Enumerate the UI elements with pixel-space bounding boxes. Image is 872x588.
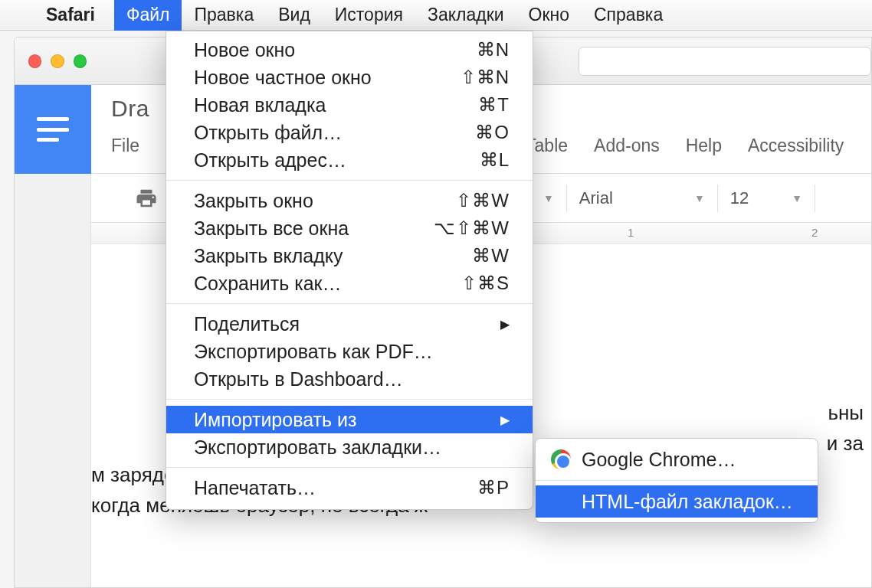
docs-menu-help[interactable]: Help bbox=[686, 136, 722, 156]
menubar-item-view[interactable]: Вид bbox=[266, 0, 323, 31]
macos-menubar: Safari Файл Правка Вид История Закладки … bbox=[0, 0, 872, 31]
menu-item-label: Экспортировать закладки… bbox=[194, 436, 441, 459]
minimize-window-button[interactable] bbox=[51, 54, 64, 68]
docs-left-margin bbox=[15, 174, 91, 587]
menu-save-as[interactable]: Сохранить как… ⇧⌘S bbox=[166, 270, 533, 297]
menubar-item-file[interactable]: Файл bbox=[114, 0, 182, 31]
menu-new-private-window[interactable]: Новое частное окно ⇧⌘N bbox=[166, 64, 533, 91]
chrome-icon bbox=[551, 449, 571, 469]
menu-item-label: Закрыть окно bbox=[194, 190, 313, 212]
submenu-item-label: Google Chrome… bbox=[582, 449, 736, 471]
submenu-html-bookmarks-file[interactable]: HTML-файл закладок… bbox=[536, 485, 818, 518]
chevron-down-icon: ▼ bbox=[694, 192, 705, 204]
font-family-value: Arial bbox=[579, 188, 613, 208]
maximize-window-button[interactable] bbox=[74, 54, 87, 68]
menu-close-all-windows[interactable]: Закрыть все окна ⌥⇧⌘W bbox=[166, 214, 533, 242]
menu-shortcut: ⌘T bbox=[478, 94, 510, 116]
menu-item-label: Закрыть все окна bbox=[194, 217, 349, 240]
menu-item-label: Открыть адрес… bbox=[194, 149, 346, 172]
close-window-button[interactable] bbox=[28, 54, 41, 68]
menu-item-label: Поделиться bbox=[194, 313, 300, 335]
docs-menu-addons[interactable]: Add-ons bbox=[594, 136, 660, 156]
ruler-tick: 1 bbox=[628, 226, 634, 239]
file-menu-dropdown: Новое окно ⌘N Новое частное окно ⇧⌘N Нов… bbox=[166, 31, 533, 510]
menu-close-window[interactable]: Закрыть окно ⇧⌘W bbox=[166, 187, 533, 214]
menu-export-pdf[interactable]: Экспортировать как PDF… bbox=[166, 338, 533, 365]
font-family-dropdown[interactable]: Arial ▼ bbox=[579, 188, 705, 208]
menubar-item-history[interactable]: История bbox=[323, 0, 415, 31]
menu-item-label: Закрыть вкладку bbox=[194, 245, 343, 267]
menu-open-file[interactable]: Открыть файл… ⌘O bbox=[166, 119, 533, 146]
app-name[interactable]: Safari bbox=[46, 5, 95, 25]
menu-item-label: Открыть файл… bbox=[194, 122, 342, 144]
menu-shortcut: ⌘W bbox=[472, 245, 510, 266]
submenu-arrow-icon: ▶ bbox=[500, 317, 510, 332]
menu-new-tab[interactable]: Новая вкладка ⌘T bbox=[166, 91, 533, 119]
menu-item-label: Экспортировать как PDF… bbox=[194, 341, 433, 363]
menu-export-bookmarks[interactable]: Экспортировать закладки… bbox=[166, 433, 533, 461]
google-docs-logo-icon[interactable] bbox=[15, 85, 91, 174]
menubar-item-help[interactable]: Справка bbox=[582, 0, 675, 31]
menu-shortcut: ⇧⌘S bbox=[461, 273, 510, 294]
menu-shortcut: ⌘L bbox=[480, 149, 510, 171]
menu-shortcut: ⇧⌘W bbox=[456, 190, 510, 211]
font-size-value: 12 bbox=[730, 188, 749, 208]
menu-import-from[interactable]: Импортировать из ▶ bbox=[166, 406, 533, 433]
menu-item-label: Новая вкладка bbox=[194, 94, 326, 116]
menu-shortcut: ⌥⇧⌘W bbox=[434, 217, 510, 239]
submenu-arrow-icon: ▶ bbox=[500, 413, 510, 427]
menu-item-label: Новое частное окно bbox=[194, 67, 372, 89]
menu-new-window[interactable]: Новое окно ⌘N bbox=[166, 36, 533, 64]
menubar-item-bookmarks[interactable]: Закладки bbox=[415, 0, 516, 31]
ruler-tick: 2 bbox=[811, 226, 818, 239]
menu-item-label: Новое окно bbox=[194, 39, 295, 61]
dropdown-caret-icon[interactable]: ▼ bbox=[543, 192, 554, 204]
menubar-item-window[interactable]: Окно bbox=[516, 0, 582, 31]
submenu-item-label: HTML-файл закладок… bbox=[582, 491, 793, 513]
menu-shortcut: ⌘O bbox=[475, 122, 510, 143]
menu-share[interactable]: Поделиться ▶ bbox=[166, 310, 533, 338]
submenu-google-chrome[interactable]: Google Chrome… bbox=[536, 443, 818, 475]
import-from-submenu: Google Chrome… HTML-файл закладок… bbox=[535, 438, 818, 523]
menubar-item-edit[interactable]: Правка bbox=[182, 0, 266, 31]
menu-shortcut: ⌘N bbox=[477, 39, 510, 60]
docs-menu-file[interactable]: File bbox=[111, 136, 139, 156]
menu-item-label: Открыть в Dashboard… bbox=[194, 368, 403, 390]
menu-item-label: Напечатать… bbox=[194, 477, 316, 499]
menu-shortcut: ⇧⌘N bbox=[461, 67, 510, 88]
menu-close-tab[interactable]: Закрыть вкладку ⌘W bbox=[166, 242, 533, 270]
menu-open-location[interactable]: Открыть адрес… ⌘L bbox=[166, 146, 533, 174]
font-size-dropdown[interactable]: 12 ▼ bbox=[730, 188, 802, 208]
menu-print[interactable]: Напечатать… ⌘P bbox=[166, 474, 533, 501]
address-bar[interactable] bbox=[579, 47, 871, 76]
print-icon[interactable] bbox=[131, 183, 162, 214]
docs-menu-accessibility[interactable]: Accessibility bbox=[748, 136, 844, 156]
menu-shortcut: ⌘P bbox=[477, 477, 510, 498]
menu-open-dashboard[interactable]: Открыть в Dashboard… bbox=[166, 365, 533, 393]
menu-item-label: Сохранить как… bbox=[194, 273, 342, 295]
chevron-down-icon: ▼ bbox=[792, 192, 802, 204]
menu-item-label: Импортировать из bbox=[194, 409, 356, 431]
